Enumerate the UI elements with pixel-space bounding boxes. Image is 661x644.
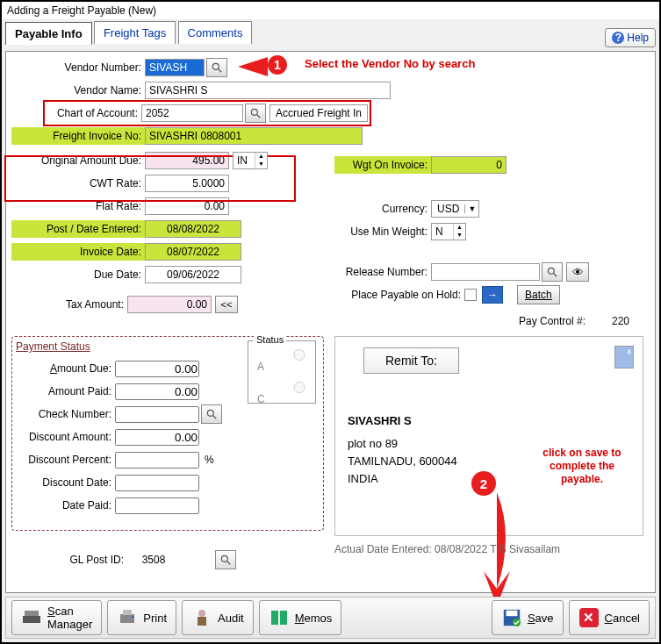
search-icon: [546, 266, 558, 278]
status-legend: Status: [254, 334, 286, 345]
post-date-input[interactable]: [145, 220, 241, 238]
release-search-button[interactable]: [542, 262, 563, 282]
search-icon: [249, 107, 262, 119]
actual-date-entered: Actual Date Entered: 08/08/2022 T S Siva…: [334, 543, 560, 555]
printer-icon: [117, 607, 138, 628]
wgt-on-invoice-input[interactable]: [431, 156, 507, 174]
discount-amount-input[interactable]: [115, 429, 199, 446]
tab-freight-tags[interactable]: Freight Tags: [94, 21, 176, 44]
freight-invoice-input[interactable]: [145, 127, 363, 145]
save-button[interactable]: Save: [492, 600, 564, 635]
date-paid-label: Date Paid:: [16, 499, 115, 512]
percent-symbol: %: [205, 454, 214, 466]
due-date-input[interactable]: [145, 266, 241, 283]
check-number-input[interactable]: [115, 406, 199, 423]
status-radio-c[interactable]: [257, 382, 341, 393]
annotation-vendor-search: Select the Vendor No by search: [305, 57, 475, 70]
status-group: Status A C: [248, 340, 316, 404]
coa-search-button[interactable]: [245, 104, 266, 123]
svg-line-9: [227, 562, 231, 565]
memos-button[interactable]: Memos: [259, 600, 342, 635]
scan-manager-button[interactable]: ScanManager: [11, 600, 102, 635]
audit-button[interactable]: Audit: [182, 600, 254, 635]
remit-addr-line1: plot no 89: [348, 435, 457, 453]
spinner-up-icon[interactable]: ▲: [454, 224, 465, 232]
amount-paid-label: Amount Paid:: [16, 385, 115, 397]
currency-label: Currency:: [334, 203, 431, 215]
use-min-weight-label: Use Min Weight:: [334, 225, 431, 238]
svg-rect-20: [506, 611, 517, 616]
freight-invoice-label: Freight Invoice No:: [11, 127, 145, 145]
date-paid-input[interactable]: [115, 497, 199, 514]
tab-comments[interactable]: Comments: [178, 21, 253, 44]
currency-select[interactable]: USD▼: [431, 200, 479, 218]
svg-line-5: [554, 274, 557, 277]
search-icon: [219, 554, 232, 566]
help-button[interactable]: Help: [605, 28, 656, 47]
svg-rect-17: [271, 611, 278, 625]
cancel-button[interactable]: ✕ Cancel: [569, 600, 650, 635]
spinner-up-icon[interactable]: ▲: [255, 153, 267, 161]
svg-point-15: [198, 610, 205, 617]
print-button[interactable]: Print: [107, 600, 176, 635]
orig-amount-unit-spinner[interactable]: IN ▲▼: [233, 152, 268, 169]
svg-point-4: [548, 268, 554, 274]
release-view-button[interactable]: 👁: [566, 262, 589, 282]
save-icon: [501, 607, 522, 628]
form-body: Select the Vendor No by search 1 Vendor …: [5, 51, 656, 593]
svg-line-1: [219, 69, 222, 73]
tax-amount-label: Tax Amount:: [11, 298, 127, 311]
amount-due-input[interactable]: [115, 361, 199, 377]
wgt-on-invoice-label: Wgt On Invoice:: [334, 156, 431, 174]
tab-payable-info[interactable]: Payable Info: [5, 22, 92, 45]
remit-to-panel: Remit To: 4 SIVASHRI S plot no 89 TAMILN…: [334, 336, 643, 536]
callout-1: 1: [238, 55, 299, 92]
spinner-down-icon[interactable]: ▼: [454, 232, 465, 240]
tax-amount-rewind-button[interactable]: <<: [215, 296, 238, 313]
batch-button[interactable]: Batch: [517, 285, 560, 304]
action-bar: ScanManager Print Audit Memos Save ✕ Can…: [5, 597, 656, 639]
search-icon: [205, 408, 218, 420]
place-on-hold-label: Place Payable on Hold:: [334, 289, 464, 301]
window-title: Adding a Freight Payable (New): [2, 2, 659, 19]
memos-icon: [269, 607, 290, 628]
svg-line-7: [213, 416, 217, 419]
search-icon: [211, 61, 223, 74]
svg-line-3: [257, 115, 261, 118]
svg-point-14: [132, 616, 133, 618]
use-min-weight-value: N: [432, 225, 453, 238]
hold-go-button[interactable]: →: [482, 286, 503, 304]
status-radio-a[interactable]: [257, 349, 341, 361]
discount-date-input[interactable]: [115, 475, 199, 491]
vendor-number-input[interactable]: [145, 59, 205, 76]
pay-control-label: Pay Control #:: [519, 315, 589, 327]
remit-name: SIVASHRI S: [348, 412, 457, 430]
post-date-label: Post / Date Entered:: [11, 220, 145, 238]
svg-rect-13: [123, 610, 132, 615]
svg-rect-11: [25, 611, 39, 616]
gl-post-value: 3508: [127, 554, 180, 566]
close-icon: ✕: [578, 607, 600, 628]
audit-icon: [191, 607, 212, 628]
gl-search-button[interactable]: [215, 550, 236, 569]
tax-amount-input[interactable]: [127, 296, 212, 313]
remit-to-button[interactable]: Remit To:: [363, 347, 459, 374]
flat-rate-label: Flat Rate:: [11, 200, 145, 212]
spinner-down-icon[interactable]: ▼: [255, 161, 267, 168]
vendor-search-button[interactable]: [206, 58, 227, 77]
release-number-label: Release Number:: [334, 266, 431, 278]
use-min-weight-spinner[interactable]: N ▲▼: [431, 223, 466, 240]
invoice-date-input[interactable]: [145, 243, 241, 261]
amount-due-label: Amount Due:: [16, 362, 115, 375]
coa-input[interactable]: [141, 104, 243, 122]
remit-addr-line2: TAMILNADU, 600044: [348, 453, 457, 470]
scanner-icon: [21, 607, 42, 628]
amount-paid-input[interactable]: [115, 383, 199, 400]
discount-percent-input[interactable]: [115, 452, 199, 469]
release-number-input[interactable]: [431, 263, 540, 281]
due-date-label: Due Date:: [11, 268, 145, 281]
place-on-hold-checkbox[interactable]: [464, 289, 477, 301]
discount-amount-label: Discount Amount:: [16, 431, 115, 443]
check-search-button[interactable]: [201, 404, 222, 424]
discount-percent-label: Discount Percent:: [16, 454, 115, 466]
